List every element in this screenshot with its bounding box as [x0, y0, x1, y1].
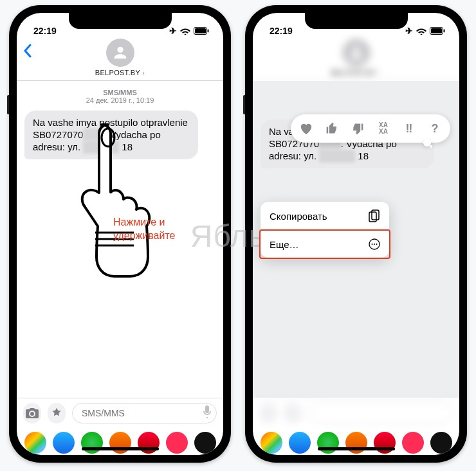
- svg-rect-2: [208, 30, 209, 33]
- channel-label: SMS/MMS: [24, 89, 215, 96]
- app-strip-item[interactable]: [53, 432, 75, 454]
- airplane-icon: ✈︎: [169, 26, 177, 36]
- app-strip[interactable]: [17, 428, 223, 455]
- avatar[interactable]: [106, 39, 134, 67]
- conversation-header: BELPOST.BY: [253, 37, 459, 81]
- react-thumbs-down[interactable]: [349, 120, 367, 138]
- svg-rect-5: [431, 28, 442, 33]
- message-thread: XA XA ‼ ? Na vashe imya postupilo otprav…: [253, 81, 459, 398]
- wifi-icon: [180, 27, 190, 35]
- sender-name[interactable]: BELPOST.BY: [95, 69, 145, 76]
- app-strip-item: [402, 432, 424, 454]
- home-indicator[interactable]: [318, 447, 395, 450]
- battery-icon: [430, 27, 445, 35]
- svg-point-10: [372, 244, 373, 245]
- app-strip-item: [289, 432, 311, 454]
- context-menu: Скопировать Еще…: [261, 202, 389, 258]
- status-time: 22:19: [270, 26, 293, 36]
- battery-icon: [194, 27, 209, 35]
- phone-right: 22:19 ✈︎ BELPOST.BY: [245, 5, 467, 463]
- react-exclaim[interactable]: ‼: [400, 120, 418, 138]
- press-hold-hint: Нажмите и удерживайте: [113, 216, 175, 243]
- ellipsis-icon: [369, 238, 380, 250]
- status-time: 22:19: [33, 26, 57, 36]
- app-strip-item[interactable]: [194, 432, 216, 454]
- app-strip-item: [261, 432, 282, 454]
- camera-button[interactable]: [23, 403, 41, 423]
- phone-left: 22:19 ✈︎ BELPOST.BY SMS/MMS 24 дек. 20: [9, 5, 231, 463]
- wifi-icon: [416, 27, 426, 35]
- react-thumbs-up[interactable]: [323, 120, 341, 138]
- apps-button: [284, 403, 302, 423]
- app-strip-item[interactable]: [166, 432, 188, 454]
- airplane-icon: ✈︎: [405, 26, 413, 36]
- context-copy[interactable]: Скопировать: [261, 202, 389, 231]
- context-more[interactable]: Еще…: [261, 231, 389, 258]
- home-indicator[interactable]: [82, 447, 159, 450]
- app-strip-item: [430, 432, 452, 454]
- tapback-bar: XA XA ‼ ?: [291, 114, 450, 143]
- svg-point-12: [376, 244, 378, 245]
- react-question[interactable]: ?: [426, 120, 444, 138]
- message-thread: SMS/MMS 24 дек. 2019 г., 10:19 Na vashe …: [17, 81, 223, 398]
- dictate-icon[interactable]: [203, 405, 212, 421]
- app-strip: [253, 428, 459, 455]
- copy-icon: [369, 209, 380, 222]
- compose-bar: [17, 398, 223, 428]
- compose-bar: [253, 398, 459, 428]
- message-input[interactable]: [72, 403, 217, 423]
- app-strip-item[interactable]: [24, 432, 46, 454]
- message-datetime: 24 дек. 2019 г., 10:19: [24, 96, 215, 104]
- react-haha[interactable]: XA XA: [374, 120, 392, 138]
- apps-button[interactable]: [48, 403, 66, 423]
- message-bubble[interactable]: Na vashe imya postupilo otpravlenie SB07…: [24, 111, 198, 159]
- svg-point-11: [374, 244, 375, 245]
- avatar: [342, 39, 371, 67]
- camera-button: [259, 403, 277, 423]
- conversation-header: BELPOST.BY: [17, 37, 223, 81]
- back-button[interactable]: [23, 44, 32, 60]
- react-heart[interactable]: [297, 120, 315, 138]
- sender-name: BELPOST.BY: [331, 69, 381, 76]
- svg-rect-1: [195, 28, 206, 33]
- svg-rect-6: [444, 30, 445, 33]
- message-input: [308, 403, 453, 423]
